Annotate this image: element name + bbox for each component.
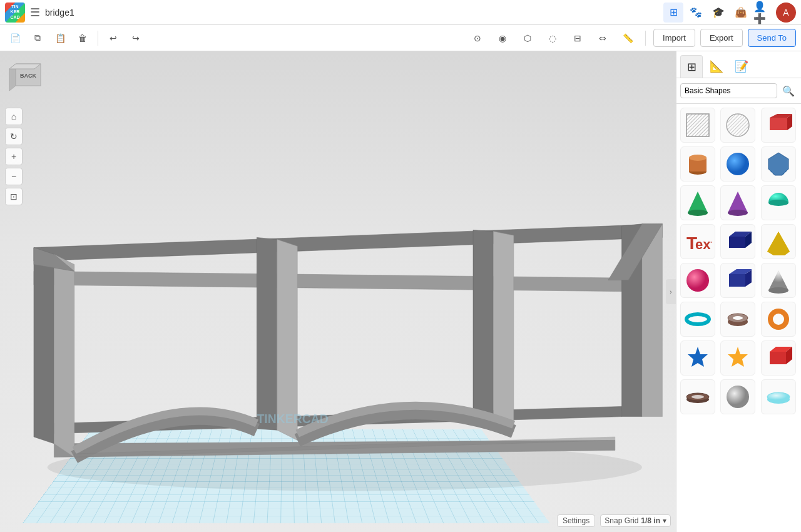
- snap-grid-value[interactable]: 1/8 in: [641, 516, 660, 525]
- shapes-grid: T ext: [676, 104, 801, 532]
- svg-marker-61: [770, 352, 786, 364]
- export-button[interactable]: Export: [700, 29, 743, 47]
- tab-shapes[interactable]: ⊞: [680, 55, 703, 78]
- svg-marker-34: [688, 192, 708, 213]
- svg-point-38: [768, 200, 788, 206]
- svg-marker-41: [729, 237, 745, 248]
- shape-yellow-star[interactable]: [720, 340, 755, 376]
- mirror-tool[interactable]: ⇔: [593, 28, 613, 48]
- fit-view-button[interactable]: ⊡: [5, 188, 23, 205]
- svg-marker-36: [728, 192, 748, 213]
- shape-brown-torus[interactable]: [720, 302, 755, 337]
- place-tool[interactable]: ◉: [492, 28, 513, 48]
- svg-point-67: [727, 386, 749, 408]
- shape-selector: Basic Shapes Letters Numbers Connectors …: [676, 78, 801, 104]
- paste-button[interactable]: 📋: [50, 28, 70, 48]
- right-panel-tabs: ⊞ 📐 📝: [676, 51, 801, 78]
- shape-blue-star[interactable]: [680, 340, 715, 376]
- shape-sphere[interactable]: [720, 146, 755, 182]
- new-button[interactable]: 📄: [5, 28, 25, 48]
- shape-category-dropdown[interactable]: Basic Shapes Letters Numbers Connectors …: [680, 83, 777, 98]
- svg-point-52: [686, 314, 709, 324]
- snap-dropdown-icon[interactable]: ▾: [663, 516, 666, 525]
- cube-navigator[interactable]: BACK: [6, 58, 50, 101]
- shape-navy-box[interactable]: [720, 224, 755, 259]
- shape-search-button[interactable]: 🔍: [780, 82, 797, 100]
- shape-cylinder[interactable]: [680, 146, 715, 182]
- topbar: TINKERCAD ☰ bridge1 ⊞ 🐾 🎓 👜 👤➕ A: [0, 0, 801, 25]
- shape-light-shape[interactable]: [761, 379, 796, 414]
- shape-weird[interactable]: [761, 146, 796, 182]
- svg-rect-23: [686, 114, 709, 136]
- home-view-button[interactable]: ⌂: [5, 108, 23, 125]
- svg-point-46: [686, 269, 709, 292]
- svg-point-35: [688, 210, 708, 216]
- send-to-button[interactable]: Send To: [748, 29, 796, 47]
- shape-green-cone[interactable]: [680, 185, 715, 220]
- shape-teal-ring[interactable]: [680, 302, 715, 337]
- profile-add-icon[interactable]: 👤➕: [753, 3, 773, 23]
- svg-point-32: [727, 153, 749, 175]
- svg-point-25: [727, 114, 749, 136]
- shape-tool[interactable]: ⬡: [518, 28, 538, 48]
- redo-button[interactable]: ↪: [126, 28, 146, 48]
- select-tool[interactable]: ⊙: [467, 28, 487, 48]
- shape-gray-cone[interactable]: [761, 263, 796, 298]
- undo-button[interactable]: ↩: [103, 28, 123, 48]
- svg-point-51: [768, 287, 788, 294]
- snap-grid-label: Snap Grid: [605, 516, 638, 525]
- svg-marker-33: [768, 153, 788, 175]
- shape-yellow-pyramid[interactable]: [761, 224, 796, 259]
- shape-blue-box2[interactable]: [720, 263, 755, 298]
- menu-icon[interactable]: ☰: [30, 6, 40, 19]
- shape-purple-cone[interactable]: [720, 185, 755, 220]
- right-panel: ⊞ 📐 📝 Basic Shapes Letters Numbers Conne…: [676, 51, 801, 532]
- ruler-tool[interactable]: 📏: [618, 28, 638, 48]
- panel-collapse-handle[interactable]: ›: [666, 279, 676, 304]
- zoom-in-button[interactable]: +: [5, 148, 23, 165]
- delete-button[interactable]: 🗑: [73, 28, 93, 48]
- project-title[interactable]: bridge1: [45, 8, 349, 18]
- shape-text[interactable]: T ext: [680, 224, 715, 259]
- svg-marker-45: [767, 232, 790, 255]
- zoom-out-button[interactable]: −: [5, 168, 23, 185]
- settings-button[interactable]: Settings: [557, 514, 595, 527]
- svg-point-69: [767, 392, 790, 401]
- canvas-area: TINKERCAD BACK ⌂ ↻ + −: [0, 51, 676, 532]
- shape-teal-half[interactable]: [761, 185, 796, 220]
- shape-box-hole[interactable]: [680, 108, 715, 143]
- tab-notes[interactable]: 📝: [730, 55, 753, 78]
- avatar[interactable]: A: [776, 3, 796, 23]
- grid-view-icon[interactable]: ⊞: [663, 3, 683, 23]
- shape-ring2[interactable]: [680, 379, 715, 414]
- tab-ruler[interactable]: 📐: [705, 55, 728, 78]
- shape-gray-sphere2[interactable]: [720, 379, 755, 414]
- viewport[interactable]: TINKERCAD BACK ⌂ ↻ + −: [0, 51, 676, 532]
- viewport-footer: Settings Snap Grid 1/8 in ▾: [557, 514, 671, 527]
- lesson-icon[interactable]: 🎓: [708, 3, 728, 23]
- shape-red-box[interactable]: [761, 108, 796, 143]
- toolbar: 📄 ⧉ 📋 🗑 ↩ ↪ ⊙ ◉ ⬡ ◌ ⊟ ⇔ 📏 Import Export …: [0, 25, 801, 51]
- shape-cylinder-hole[interactable]: [720, 108, 755, 143]
- svg-point-31: [689, 155, 707, 161]
- main-area: TINKERCAD BACK ⌂ ↻ + −: [0, 51, 801, 532]
- svg-text:ext: ext: [695, 237, 712, 252]
- shape-magenta-sphere[interactable]: [680, 263, 715, 298]
- svg-point-66: [691, 395, 704, 399]
- app-logo[interactable]: TINKERCAD: [5, 3, 25, 23]
- svg-marker-26: [770, 118, 787, 130]
- align-tool[interactable]: ⊟: [568, 28, 588, 48]
- shape-red-box2[interactable]: [761, 340, 796, 376]
- view-controls: ⌂ ↻ + − ⊡: [5, 108, 23, 205]
- ring-tool[interactable]: ◌: [543, 28, 563, 48]
- svg-text:BACK: BACK: [20, 73, 36, 79]
- bag-icon[interactable]: 👜: [731, 3, 751, 23]
- svg-marker-60: [728, 347, 748, 367]
- shape-orange-donut[interactable]: [761, 302, 796, 337]
- copy-button[interactable]: ⧉: [28, 28, 48, 48]
- svg-point-56: [733, 316, 743, 320]
- svg-marker-47: [729, 274, 745, 287]
- import-button[interactable]: Import: [653, 29, 695, 47]
- gallery-icon[interactable]: 🐾: [686, 3, 706, 23]
- orbit-button[interactable]: ↻: [5, 128, 23, 145]
